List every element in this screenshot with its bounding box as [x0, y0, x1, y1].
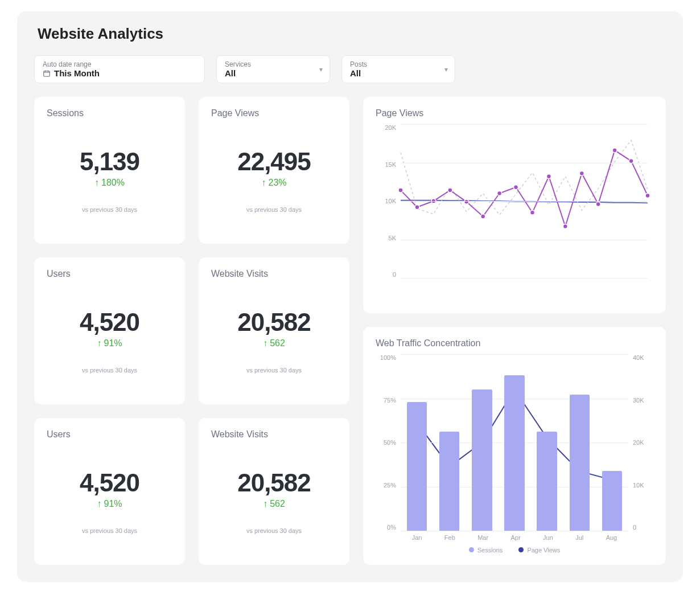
stat-delta: ↑180%: [94, 178, 125, 188]
svg-point-14: [612, 148, 617, 153]
legend-item-sessions: Sessions: [469, 547, 503, 554]
arrow-up-icon: ↑: [97, 338, 101, 348]
chevron-down-icon: ▾: [444, 65, 448, 73]
svg-point-7: [497, 191, 502, 196]
legend-dot-icon: [518, 547, 524, 552]
stat-compare: vs previous 30 days: [82, 527, 137, 534]
page-title: Website Analytics: [38, 25, 666, 43]
arrow-up-icon: ↑: [97, 499, 101, 509]
stat-title: Users: [47, 269, 172, 279]
svg-point-6: [481, 214, 485, 219]
bar: [439, 432, 459, 531]
svg-point-12: [579, 171, 584, 175]
chevron-down-icon: ▾: [319, 65, 323, 73]
stat-value: 4,520: [80, 310, 139, 335]
arrow-up-icon: ↑: [261, 178, 266, 188]
stat-title: Page Views: [211, 108, 337, 118]
filter-bar: Auto date range This Month Services All …: [34, 55, 666, 83]
chart-area: 20K15K10K5K0: [376, 124, 653, 278]
stat-value: 5,139: [80, 149, 139, 174]
svg-point-16: [645, 194, 650, 198]
svg-point-8: [514, 185, 518, 190]
y-axis-ticks: 20K15K10K5K0: [376, 124, 396, 278]
stat-compare: vs previous 30 days: [82, 367, 137, 374]
svg-point-11: [563, 224, 567, 229]
stat-card-website-visits: Website Visits 20,582 ↑562 vs previous 3…: [199, 257, 349, 404]
bar: [472, 390, 492, 531]
x-axis-ticks: JanFebMarAprJunJulAug: [401, 534, 628, 541]
stat-card-users: Users 4,520 ↑91% vs previous 30 days: [34, 257, 185, 404]
chart-title: Page Views: [376, 108, 653, 118]
date-range-label: Auto date range: [43, 60, 196, 68]
plot-area: [401, 354, 628, 531]
bar: [570, 395, 590, 531]
traffic-chart: Web Traffic Concentration 100%75%50%25%0…: [363, 327, 666, 565]
svg-point-10: [546, 174, 551, 179]
legend-item-pageviews: Page Views: [518, 547, 560, 554]
stat-compare: vs previous 30 days: [246, 206, 302, 213]
chart-area: 100%75%50%25%0% 40K30K20K10K0: [376, 354, 653, 531]
stat-title: Website Visits: [211, 269, 337, 279]
svg-point-4: [448, 188, 452, 192]
stat-delta: ↑91%: [97, 499, 122, 509]
stat-delta: ↑562: [263, 499, 285, 509]
stat-delta: ↑91%: [97, 338, 122, 348]
y-axis-ticks-right: 40K30K20K10K0: [633, 354, 653, 531]
stat-delta: ↑562: [263, 338, 285, 348]
page-views-chart: Page Views 20K15K10K5K0: [363, 97, 666, 313]
posts-filter[interactable]: Posts All ▾: [341, 55, 455, 83]
svg-point-2: [415, 205, 419, 210]
services-filter[interactable]: Services All ▾: [216, 55, 330, 83]
posts-label: Posts: [350, 60, 447, 68]
arrow-up-icon: ↑: [263, 499, 267, 509]
stat-value: 20,582: [237, 470, 311, 495]
date-range-filter[interactable]: Auto date range This Month: [34, 55, 205, 83]
bar: [537, 432, 557, 531]
stat-card-users-2: Users 4,520 ↑91% vs previous 30 days: [34, 418, 185, 565]
svg-point-1: [398, 188, 403, 192]
bar: [407, 402, 427, 531]
stats-column: Sessions 5,139 ↑180% vs previous 30 days…: [34, 97, 349, 565]
stat-title: Sessions: [47, 108, 172, 118]
svg-point-5: [464, 199, 469, 204]
stat-title: Users: [47, 429, 172, 440]
svg-point-13: [596, 202, 600, 206]
stat-compare: vs previous 30 days: [246, 367, 302, 374]
stat-compare: vs previous 30 days: [82, 206, 137, 213]
stat-card-sessions: Sessions 5,139 ↑180% vs previous 30 days: [34, 97, 185, 244]
stat-value: 20,582: [237, 310, 311, 335]
calendar-icon: [43, 69, 51, 77]
chart-title: Web Traffic Concentration: [376, 338, 653, 348]
legend-dot-icon: [469, 547, 474, 552]
arrow-up-icon: ↑: [263, 338, 267, 348]
stat-delta: ↑23%: [261, 178, 286, 188]
date-range-value: This Month: [54, 68, 100, 78]
chart-legend: Sessions Page Views: [376, 547, 653, 554]
stat-card-website-visits-2: Website Visits 20,582 ↑562 vs previous 3…: [199, 418, 349, 565]
services-label: Services: [225, 60, 322, 68]
posts-value: All: [350, 68, 361, 78]
dashboard: Website Analytics Auto date range This M…: [17, 11, 683, 582]
svg-rect-0: [44, 71, 50, 76]
stat-value: 4,520: [80, 470, 139, 495]
charts-column: Page Views 20K15K10K5K0 Web Traffic Conc…: [363, 97, 666, 565]
svg-point-9: [530, 210, 535, 215]
content: Sessions 5,139 ↑180% vs previous 30 days…: [34, 97, 666, 565]
stat-compare: vs previous 30 days: [246, 527, 302, 534]
y-axis-ticks-left: 100%75%50%25%0%: [376, 354, 396, 531]
stat-title: Website Visits: [211, 429, 337, 440]
stat-card-page-views: Page Views 22,495 ↑23% vs previous 30 da…: [199, 97, 349, 244]
services-value: All: [225, 68, 236, 78]
bar: [602, 471, 622, 531]
arrow-up-icon: ↑: [94, 178, 99, 188]
plot-area: [401, 124, 648, 278]
stat-value: 22,495: [237, 149, 311, 174]
bar: [504, 375, 524, 531]
